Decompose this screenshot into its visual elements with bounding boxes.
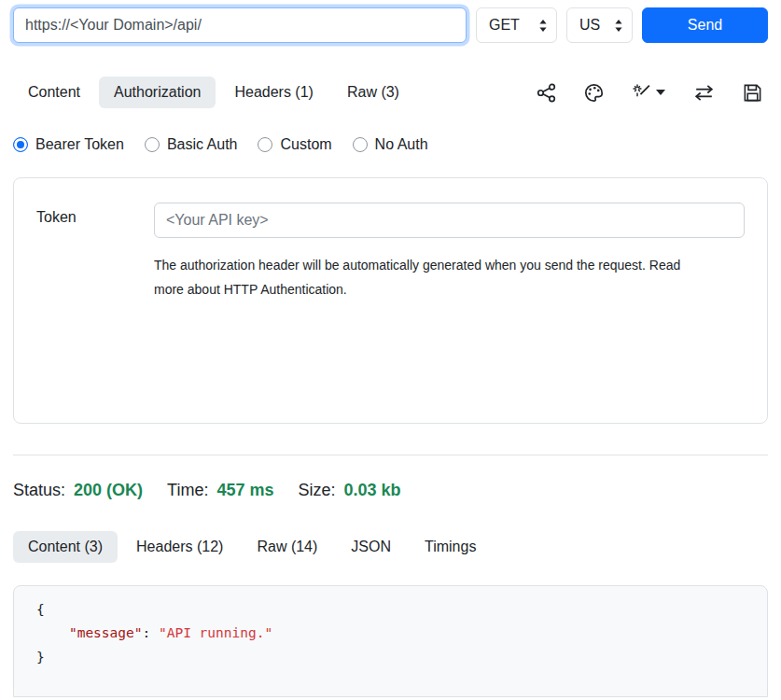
- radio-icon: [145, 137, 160, 152]
- share-icon[interactable]: [537, 83, 556, 103]
- swap-arrows-icon[interactable]: [693, 83, 715, 103]
- code-line: {: [36, 598, 745, 622]
- code-line: "message": "API running.": [36, 622, 745, 645]
- tab-content[interactable]: Content: [13, 77, 95, 108]
- updown-arrows-icon: [538, 19, 548, 33]
- chevron-down-icon: [656, 90, 665, 95]
- method-select[interactable]: GET: [476, 7, 557, 43]
- radio-label: No Auth: [375, 136, 428, 153]
- radio-no-auth[interactable]: No Auth: [353, 136, 428, 153]
- send-button[interactable]: Send: [642, 7, 768, 43]
- response-tab-content[interactable]: Content (3): [13, 531, 118, 563]
- radio-custom[interactable]: Custom: [258, 136, 331, 153]
- region-select-value: US: [579, 17, 600, 34]
- tab-headers[interactable]: Headers (1): [219, 77, 328, 108]
- code-line: }: [36, 646, 745, 669]
- tab-raw[interactable]: Raw (3): [332, 77, 414, 108]
- section-divider: [13, 455, 768, 455]
- token-panel: Token The authorization header will be a…: [13, 177, 768, 424]
- json-string-value: "API running.": [159, 625, 272, 640]
- radio-label: Custom: [280, 136, 331, 153]
- response-body: { "message": "API running." }: [13, 585, 768, 697]
- size-value: 0.03 kb: [344, 481, 401, 500]
- radio-label: Basic Auth: [167, 136, 238, 153]
- magic-wand-icon[interactable]: [632, 83, 665, 103]
- radio-basic-auth[interactable]: Basic Auth: [145, 136, 238, 153]
- json-key: "message": [69, 625, 143, 640]
- api-client-app: GET US Send Content Authorization Header…: [0, 0, 781, 700]
- radio-icon: [258, 137, 272, 152]
- response-status-bar: Status: 200 (OK) Time: 457 ms Size: 0.03…: [13, 481, 768, 500]
- toolbar: [537, 83, 768, 103]
- url-input[interactable]: [13, 7, 467, 43]
- response-tab-timings[interactable]: Timings: [410, 531, 491, 563]
- response-tab-raw[interactable]: Raw (14): [242, 531, 332, 563]
- radio-bearer-token[interactable]: Bearer Token: [13, 136, 124, 153]
- response-tab-headers[interactable]: Headers (12): [121, 531, 238, 563]
- request-bar: GET US Send: [13, 7, 768, 43]
- save-icon[interactable]: [743, 83, 762, 103]
- time-label: Time:: [167, 481, 208, 500]
- request-tabs: Content Authorization Headers (1) Raw (3…: [13, 77, 768, 108]
- tab-authorization[interactable]: Authorization: [99, 77, 216, 108]
- method-select-value: GET: [489, 17, 520, 34]
- auth-type-group: Bearer Token Basic Auth Custom No Auth: [13, 136, 768, 153]
- palette-icon[interactable]: [584, 83, 604, 103]
- response-tabs: Content (3) Headers (12) Raw (14) JSON T…: [13, 531, 768, 563]
- radio-label: Bearer Token: [35, 136, 124, 153]
- time-value: 457 ms: [216, 481, 273, 500]
- status-label: Status:: [13, 481, 65, 500]
- radio-icon: [353, 137, 368, 152]
- radio-icon: [13, 137, 28, 152]
- token-help-text: The authorization header will be automat…: [154, 254, 703, 302]
- token-label: Token: [36, 203, 154, 302]
- updown-arrows-icon: [614, 19, 623, 33]
- token-input[interactable]: [154, 203, 745, 238]
- region-select[interactable]: US: [566, 7, 633, 43]
- status-value: 200 (OK): [74, 481, 143, 500]
- size-label: Size:: [298, 481, 335, 500]
- response-tab-json[interactable]: JSON: [336, 531, 406, 563]
